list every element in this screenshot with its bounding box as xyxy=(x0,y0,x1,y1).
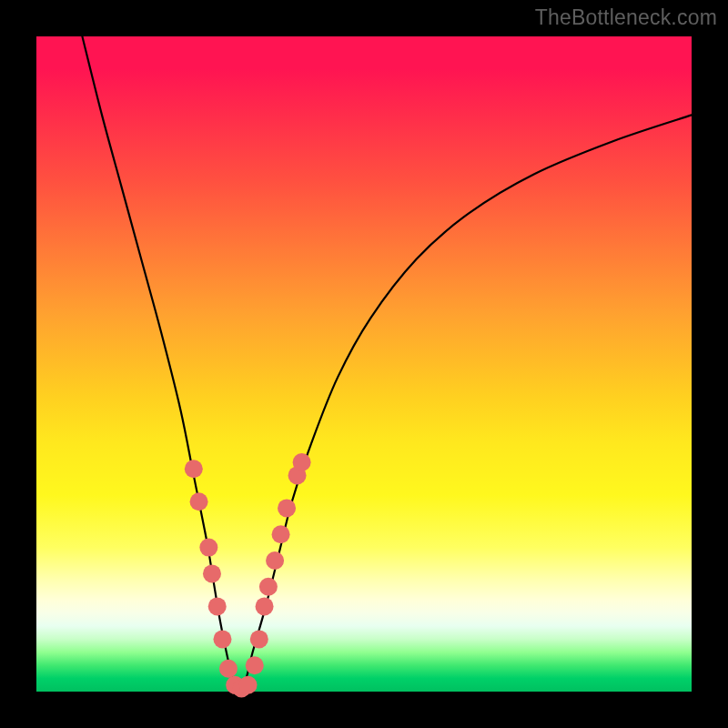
curve-marker xyxy=(278,499,296,517)
curve-marker xyxy=(239,676,258,694)
curve-marker xyxy=(203,564,221,582)
curve-marker xyxy=(256,597,274,615)
curve-marker xyxy=(272,525,290,543)
curve-marker xyxy=(219,660,238,678)
curve-marker xyxy=(199,539,217,557)
curve-marker xyxy=(293,453,311,471)
curve-marker xyxy=(208,597,227,615)
curve-marker xyxy=(185,460,203,478)
curve-marker xyxy=(259,578,278,596)
chart-plot-area xyxy=(36,36,692,692)
curve-marker xyxy=(246,656,264,674)
curve-markers xyxy=(185,453,311,697)
curve-marker xyxy=(213,630,231,648)
curve-marker xyxy=(250,630,268,648)
bottleneck-curve xyxy=(82,36,692,688)
attribution-text: TheBottleneck.com xyxy=(535,5,717,30)
curve-marker xyxy=(266,551,284,570)
curve-marker xyxy=(190,492,208,511)
bottleneck-curve-svg xyxy=(36,36,692,692)
